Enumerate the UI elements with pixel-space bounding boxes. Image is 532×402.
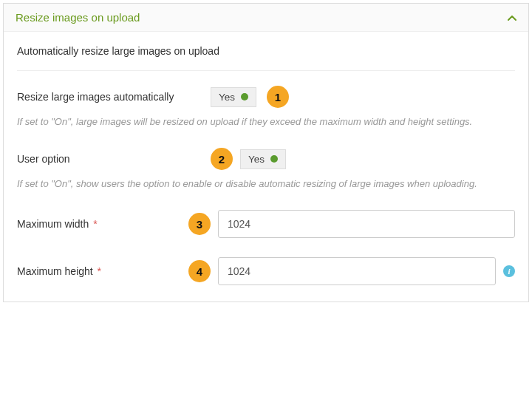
divider <box>17 70 515 71</box>
setting-label: Maximum height * <box>17 265 188 277</box>
setting-max-height: Maximum height * 4 i <box>17 257 515 285</box>
max-width-input[interactable] <box>218 210 515 238</box>
setting-value: 2 Yes <box>211 148 515 170</box>
setting-row: Resize large images automatically Yes 1 <box>17 86 515 108</box>
panel-body: Automatically resize large images on upl… <box>4 32 528 302</box>
required-mark: * <box>93 218 97 230</box>
toggle-user-option[interactable]: Yes <box>240 149 286 169</box>
label-text: Maximum height <box>17 265 93 277</box>
setting-value: Yes 1 <box>211 86 515 108</box>
annotation-marker-4: 4 <box>188 260 211 282</box>
status-dot-icon <box>270 155 278 163</box>
setting-user-option: User option 2 Yes If set to "On", show u… <box>17 148 515 191</box>
panel-header[interactable]: Resize images on upload <box>4 4 528 32</box>
annotation-marker-1: 1 <box>267 86 289 108</box>
setting-row: Maximum width * 3 <box>17 210 515 238</box>
setting-row: User option 2 Yes <box>17 148 515 170</box>
setting-label: Maximum width * <box>17 218 188 230</box>
setting-row: Maximum height * 4 i <box>17 257 515 285</box>
toggle-auto-resize[interactable]: Yes <box>211 87 256 107</box>
chevron-up-icon <box>508 15 516 21</box>
panel-title: Resize images on upload <box>16 11 140 24</box>
setting-label: User option <box>17 153 211 165</box>
help-text: If set to "On", show users the option to… <box>17 177 515 191</box>
setting-auto-resize: Resize large images automatically Yes 1 … <box>17 86 515 129</box>
annotation-marker-2: 2 <box>211 148 233 170</box>
label-text: Maximum width <box>17 218 89 230</box>
toggle-label: Yes <box>248 154 265 165</box>
panel-intro: Automatically resize large images on upl… <box>17 45 515 57</box>
info-icon[interactable]: i <box>503 265 515 277</box>
setting-value: 4 i <box>188 257 515 285</box>
help-text: If set to "On", large images will be res… <box>17 115 515 129</box>
setting-max-width: Maximum width * 3 <box>17 210 515 238</box>
annotation-marker-3: 3 <box>188 213 211 235</box>
toggle-label: Yes <box>219 92 235 103</box>
required-mark: * <box>98 265 101 277</box>
setting-value: 3 <box>188 210 515 238</box>
status-dot-icon <box>241 93 248 100</box>
max-height-input[interactable] <box>218 257 496 285</box>
setting-label: Resize large images automatically <box>17 91 211 103</box>
settings-panel: Resize images on upload Automatically re… <box>3 3 529 302</box>
